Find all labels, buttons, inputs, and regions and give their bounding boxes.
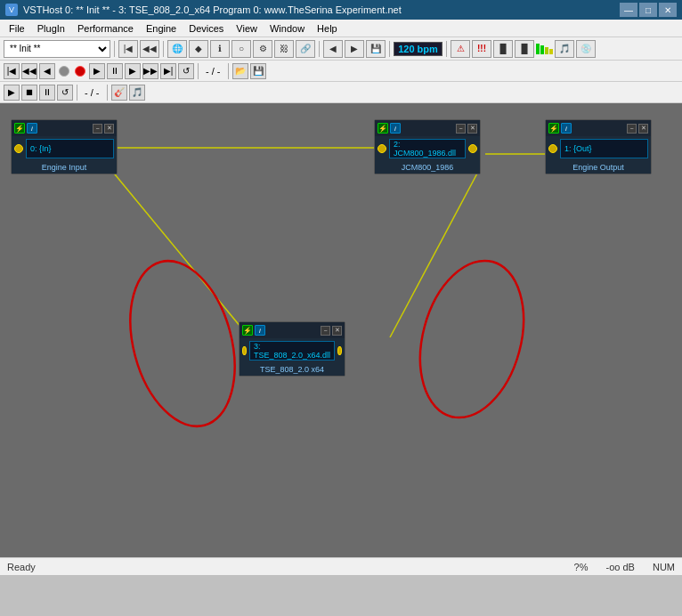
- node-ei-controls: − ✕: [93, 124, 114, 134]
- tb3-loop2[interactable]: ↺: [57, 85, 73, 101]
- tb-btn-chain1[interactable]: ⛓: [274, 40, 294, 58]
- toolbar2: |◀ ◀◀ ◀ ▶ ⏸ ▶ ▶▶ ▶| ↺ - / - 📂 💾: [0, 61, 682, 82]
- vu-meters: [536, 44, 553, 54]
- node-tse-in-connector[interactable]: [242, 346, 247, 355]
- tb-btn-left[interactable]: ◀◀: [140, 40, 159, 58]
- minimize-button[interactable]: —: [620, 3, 637, 17]
- rec-led: [75, 66, 85, 77]
- tb2-load[interactable]: 📂: [232, 63, 248, 79]
- tb-btn-fwd[interactable]: ▶: [345, 40, 364, 58]
- tb-btn-circle[interactable]: ○: [231, 40, 251, 58]
- menu-help[interactable]: Help: [312, 22, 343, 35]
- node-tse-display: 3: TSE_808_2.0_x64.dll: [249, 341, 335, 361]
- node-jcm-label: JCM800_1986: [375, 161, 480, 174]
- tb-btn-floppy[interactable]: 💾: [366, 40, 386, 58]
- node-ei-minus-btn[interactable]: −: [93, 124, 102, 134]
- node-jcm-power-icon[interactable]: ⚡: [378, 123, 388, 134]
- node-jcm-info-icon[interactable]: i: [390, 123, 401, 134]
- tb3-stop2[interactable]: ⏹: [21, 85, 37, 101]
- maximize-button[interactable]: □: [639, 3, 657, 17]
- title-bar-left: V VSTHost 0: ** Init ** - 3: TSE_808_2.0…: [5, 4, 402, 16]
- tb3-sep: [77, 85, 77, 101]
- node-ei-close-btn[interactable]: ✕: [104, 124, 114, 134]
- node-ei-power-icon[interactable]: ⚡: [14, 123, 25, 134]
- tb2-sep: [198, 63, 199, 79]
- tb-bars-btn[interactable]: ▐▌: [493, 40, 513, 58]
- tb-save-btn[interactable]: 💿: [576, 40, 596, 58]
- tb-midi-btn[interactable]: 🎵: [555, 40, 574, 58]
- title-bar-title: VSTHost 0: ** Init ** - 3: TSE_808_2.0_x…: [23, 4, 402, 15]
- node-tse-out-connector[interactable]: [337, 346, 342, 355]
- tb-btn-tools[interactable]: ⚙: [253, 40, 272, 58]
- toolbar1: ** Init ** |◀ ◀◀ 🌐 ◆ ℹ ○ ⚙ ⛓ 🔗 ◀ ▶ 💾 120…: [0, 37, 682, 61]
- node-ei-display: 0: {In}: [26, 139, 114, 158]
- node-jcm800: ⚡ i − ✕ 2: JCM800_1986.dll JCM800_1986: [374, 119, 481, 174]
- tb2-pause[interactable]: ⏸: [107, 63, 123, 79]
- tb-btn-diamond[interactable]: ◆: [189, 40, 208, 58]
- node-eo-label: Engine Output: [546, 161, 651, 174]
- menu-file[interactable]: File: [4, 22, 30, 35]
- node-eo-display: 1: {Out}: [560, 139, 648, 158]
- node-jcm-in-connector[interactable]: [378, 144, 386, 153]
- close-button[interactable]: ✕: [659, 3, 677, 17]
- node-jcm-controls: − ✕: [456, 124, 477, 134]
- node-eo-close-btn[interactable]: ✕: [638, 124, 648, 134]
- tb-btn-rewind[interactable]: |◀: [118, 40, 138, 58]
- tb-btn-info[interactable]: ℹ: [210, 40, 230, 58]
- node-tse-info-icon[interactable]: i: [255, 325, 265, 336]
- tb-bars2-btn[interactable]: ▐▌: [515, 40, 534, 58]
- separator3: [319, 41, 320, 57]
- tb2-to-end[interactable]: ▶|: [160, 63, 176, 79]
- node-eo-power-icon[interactable]: ⚡: [548, 123, 559, 134]
- node-jcm-out-connector[interactable]: [468, 144, 477, 153]
- node-tse-close-btn[interactable]: ✕: [332, 326, 342, 336]
- tb2-step-fwd[interactable]: ▶: [125, 63, 141, 79]
- tb3-icon1[interactable]: 🎸: [111, 85, 127, 101]
- tb2-play[interactable]: ▶: [89, 63, 105, 79]
- svg-point-5: [404, 249, 540, 429]
- tb-btn-globe[interactable]: 🌐: [167, 40, 187, 58]
- tb3-pause2[interactable]: ⏸: [39, 85, 55, 101]
- svg-line-0: [111, 170, 249, 337]
- tb2-step-back[interactable]: ◀: [39, 63, 55, 79]
- menu-window[interactable]: Window: [264, 22, 310, 35]
- node-tse-header: ⚡ i − ✕: [240, 322, 345, 338]
- node-eo-minus-btn[interactable]: −: [627, 124, 637, 134]
- tb3-sep2: [107, 85, 108, 101]
- tb2-loop[interactable]: ↺: [178, 63, 194, 79]
- tb2-to-start[interactable]: |◀: [4, 63, 20, 79]
- menu-performance[interactable]: Performance: [72, 22, 139, 35]
- tb-warn-btn[interactable]: ⚠: [451, 40, 470, 58]
- tb2-save2[interactable]: 💾: [250, 63, 266, 79]
- node-jcm800-header: ⚡ i − ✕: [375, 120, 480, 136]
- tb2-next[interactable]: ▶▶: [142, 63, 158, 79]
- menu-devices[interactable]: Devices: [183, 22, 229, 35]
- node-engine-input-header: ⚡ i − ✕: [12, 120, 117, 136]
- node-ei-info-icon[interactable]: i: [27, 123, 37, 134]
- menu-view[interactable]: View: [231, 22, 263, 35]
- tb-btn-chain2[interactable]: 🔗: [296, 40, 315, 58]
- preset-dropdown[interactable]: ** Init **: [4, 40, 110, 58]
- node-tse808: ⚡ i − ✕ 3: TSE_808_2.0_x64.dll TSE_808_2…: [239, 321, 345, 377]
- node-eo-in-connector[interactable]: [548, 144, 557, 153]
- node-jcm-close-btn[interactable]: ✕: [467, 124, 477, 134]
- title-bar-controls: — □ ✕: [620, 3, 677, 17]
- menu-bar: File PlugIn Performance Engine Devices V…: [0, 20, 682, 37]
- svg-line-1: [390, 170, 479, 337]
- node-tse-minus-btn[interactable]: −: [321, 326, 330, 336]
- node-eo-info-icon[interactable]: i: [561, 123, 572, 134]
- tb3-icon2[interactable]: 🎵: [129, 85, 145, 101]
- menu-engine[interactable]: Engine: [141, 22, 182, 35]
- node-jcm-display: 2: JCM800_1986.dll: [389, 139, 466, 158]
- node-ei-out-connector[interactable]: [14, 144, 23, 153]
- status-numlock: NUM: [653, 562, 675, 572]
- node-tse-controls: − ✕: [321, 326, 342, 336]
- node-tse-power-icon[interactable]: ⚡: [242, 325, 253, 336]
- tb3-play2[interactable]: ▶: [4, 85, 20, 101]
- tb-btn-back[interactable]: ◀: [323, 40, 343, 58]
- tb-excl-btn[interactable]: !!!: [472, 40, 491, 58]
- node-jcm-minus-btn[interactable]: −: [456, 124, 466, 134]
- tb2-prev[interactable]: ◀◀: [21, 63, 37, 79]
- menu-plugin[interactable]: PlugIn: [32, 22, 70, 35]
- node-tse808-body: 3: TSE_808_2.0_x64.dll: [240, 338, 345, 363]
